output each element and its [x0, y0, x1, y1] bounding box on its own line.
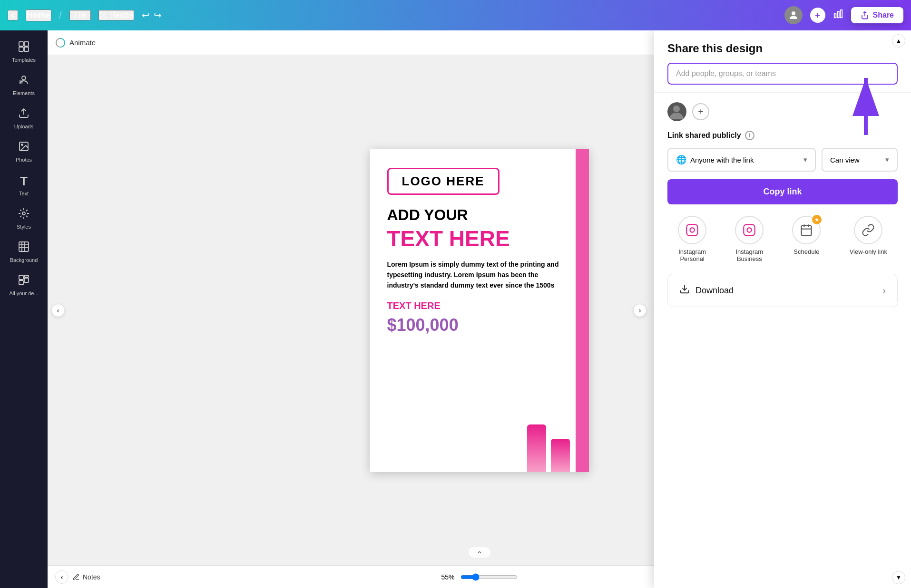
- sidebar-templates-label: Templates: [12, 57, 36, 63]
- svg-rect-28: [802, 226, 812, 236]
- all-designs-icon: [18, 274, 29, 289]
- permission-dropdown[interactable]: Can view ▾: [822, 148, 898, 172]
- sidebar-all-designs-label: All your de...: [9, 290, 38, 296]
- undo-redo-group: ↩ ↪: [142, 10, 162, 21]
- bar-2: [551, 439, 570, 472]
- add-collaborator-button[interactable]: +: [810, 8, 825, 23]
- prev-page-button[interactable]: ‹: [55, 570, 69, 584]
- heading2: TEXT HERE: [387, 226, 572, 251]
- sidebar-elements-label: Elements: [13, 90, 35, 96]
- svg-rect-6: [19, 47, 23, 51]
- info-icon[interactable]: i: [745, 131, 754, 140]
- instagram-business-icon: [735, 216, 764, 244]
- canvas-next-button[interactable]: ›: [633, 304, 647, 317]
- sidebar-text-label: Text: [19, 191, 29, 196]
- view-only-link-label: View-only link: [850, 248, 887, 255]
- globe-icon: 🌐: [676, 154, 686, 165]
- download-arrow-icon: ›: [882, 285, 886, 296]
- svg-point-23: [673, 106, 680, 112]
- sidebar-item-text[interactable]: T Text: [3, 169, 45, 201]
- share-button[interactable]: Share: [851, 7, 903, 23]
- left-sidebar: Templates Elements Uploads Photos T Text: [0, 30, 48, 588]
- elements-icon: [18, 74, 29, 88]
- zoom-control: 55%: [441, 573, 518, 581]
- redo-button[interactable]: ↪: [154, 10, 162, 21]
- sidebar-item-uploads[interactable]: Uploads: [3, 103, 45, 134]
- heading1: ADD YOUR: [387, 206, 572, 224]
- instagram-personal-icon: [678, 216, 706, 244]
- animate-button[interactable]: Animate: [55, 38, 96, 48]
- share-option-view-only[interactable]: View-only link: [850, 216, 887, 262]
- current-user-avatar: [667, 102, 686, 121]
- svg-rect-5: [24, 42, 29, 46]
- permission-chevron-icon: ▾: [885, 155, 889, 164]
- resize-button[interactable]: Resize: [98, 10, 134, 20]
- panel-scroll-down[interactable]: ▼: [892, 571, 905, 584]
- download-label: Download: [695, 286, 877, 296]
- user-avatar[interactable]: [784, 6, 803, 24]
- sidebar-photos-label: Photos: [16, 157, 32, 163]
- share-option-instagram-personal[interactable]: InstagramPersonal: [678, 216, 706, 262]
- sidebar-item-elements[interactable]: Elements: [3, 69, 45, 101]
- sidebar-item-styles[interactable]: Styles: [3, 203, 45, 234]
- svg-rect-9: [20, 80, 22, 83]
- svg-rect-2: [837, 11, 839, 18]
- svg-rect-20: [19, 280, 23, 285]
- sidebar-item-background[interactable]: Background: [3, 236, 45, 268]
- svg-rect-18: [19, 275, 23, 280]
- sidebar-item-all-designs[interactable]: All your de...: [3, 270, 45, 301]
- copy-link-button[interactable]: Copy link: [667, 179, 898, 204]
- svg-rect-1: [834, 14, 836, 18]
- notes-button[interactable]: Notes: [72, 573, 100, 581]
- svg-point-11: [21, 144, 23, 145]
- share-panel-title: Share this design: [667, 42, 898, 55]
- share-dropdowns: 🌐 Anyone with the link ▾ Can view ▾: [667, 148, 898, 172]
- link-access-dropdown[interactable]: 🌐 Anyone with the link ▾: [667, 148, 816, 172]
- instagram-business-label: InstagramBusiness: [735, 248, 763, 262]
- svg-rect-4: [19, 42, 23, 46]
- sidebar-item-templates[interactable]: Templates: [3, 36, 45, 67]
- chevron-down-icon: ▾: [803, 155, 807, 164]
- link-shared-row: Link shared publicly i: [667, 131, 898, 140]
- design-canvas[interactable]: LOGO HERE ADD YOUR TEXT HERE Lorem Ipsum…: [370, 149, 589, 472]
- add-person-button[interactable]: +: [692, 103, 709, 120]
- share-users-row: +: [667, 102, 898, 121]
- uploads-icon: [18, 107, 29, 122]
- svg-rect-7: [24, 47, 29, 51]
- file-menu-button[interactable]: File: [69, 10, 91, 20]
- back-arrow-button[interactable]: [8, 10, 18, 20]
- schedule-badge: ★: [812, 215, 822, 224]
- zoom-label: 55%: [441, 573, 455, 581]
- svg-point-12: [22, 212, 25, 215]
- svg-point-0: [792, 11, 795, 15]
- templates-icon: [18, 41, 29, 55]
- undo-button[interactable]: ↩: [142, 10, 150, 21]
- analytics-button[interactable]: [833, 9, 843, 22]
- photos-icon: [18, 141, 29, 155]
- share-options-grid: InstagramPersonal InstagramBusiness ★ Sc…: [667, 216, 898, 262]
- download-icon: [679, 284, 690, 297]
- svg-rect-21: [24, 278, 29, 282]
- link-shared-label: Link shared publicly: [667, 131, 741, 140]
- styles-icon: [18, 208, 29, 222]
- svg-rect-26: [744, 224, 755, 235]
- panel-scroll-up[interactable]: ▲: [892, 34, 905, 48]
- bottom-left-controls: ‹ Notes: [55, 570, 100, 584]
- share-option-schedule[interactable]: ★ Schedule: [792, 216, 821, 262]
- top-navigation: Home / File Resize ↩ ↪ + Share: [0, 0, 911, 30]
- sidebar-item-photos[interactable]: Photos: [3, 136, 45, 167]
- sidebar-background-label: Background: [10, 257, 38, 263]
- pink-accent: [576, 149, 589, 472]
- share-people-input[interactable]: [667, 63, 898, 85]
- price-text: $100,000: [387, 315, 572, 335]
- zoom-slider[interactable]: [460, 573, 518, 581]
- svg-rect-13: [19, 242, 29, 251]
- home-button[interactable]: Home: [26, 10, 51, 21]
- main-layout: Templates Elements Uploads Photos T Text: [0, 30, 911, 588]
- text-here: TEXT HERE: [387, 300, 572, 311]
- download-row[interactable]: Download ›: [667, 274, 898, 307]
- home-label: Home: [27, 10, 50, 20]
- canvas-prev-button[interactable]: ‹: [51, 304, 65, 317]
- logo-text: LOGO HERE: [402, 174, 485, 188]
- share-option-instagram-business[interactable]: InstagramBusiness: [735, 216, 764, 262]
